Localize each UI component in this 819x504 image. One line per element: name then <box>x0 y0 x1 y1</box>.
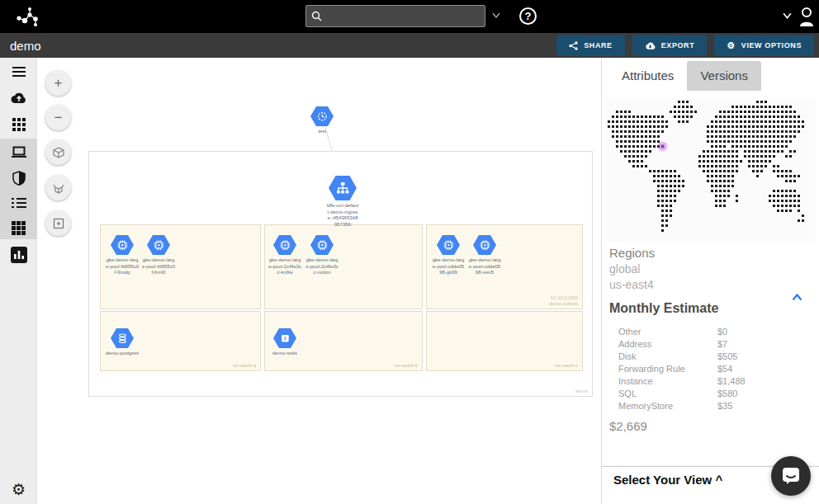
estimate-row: SQL$580 <box>618 389 800 398</box>
settings-gear-icon[interactable]: ⚙ <box>0 480 37 499</box>
estimate-label: Forwarding Rule <box>618 364 685 374</box>
estimate-label: Address <box>618 339 651 349</box>
document-header-bar: demo SHARE EXPORT ⚙ VIEW OPTIONS <box>0 33 819 58</box>
expand-view-button[interactable] <box>45 175 71 200</box>
search-dropdown-caret-icon[interactable] <box>492 12 500 18</box>
region-item: global <box>609 262 640 276</box>
sidebar-security-button[interactable] <box>0 166 37 191</box>
gear-icon: ⚙ <box>727 41 735 50</box>
center-target-icon <box>53 218 64 229</box>
estimate-row: Disk$505 <box>618 351 800 361</box>
estimate-value: $505 <box>717 351 737 361</box>
fit-to-screen-button[interactable] <box>45 210 71 236</box>
user-avatar-icon[interactable] <box>798 6 816 27</box>
tab-versions[interactable]: Versions <box>687 61 761 91</box>
box-corner-label: us-east4-a <box>233 363 256 369</box>
grid-table-icon <box>12 221 26 235</box>
box-corner-label: demo <box>575 389 588 394</box>
node-label: test <box>289 129 355 135</box>
estimate-row: Other$0 <box>618 327 800 337</box>
share-icon <box>569 41 578 50</box>
caret-up-icon: ^ <box>715 473 722 487</box>
estimate-value: $7 <box>717 339 727 349</box>
laptop-icon <box>11 146 27 158</box>
search-icon <box>311 11 322 21</box>
shield-icon <box>12 171 26 186</box>
region-marker <box>661 145 665 148</box>
sidebar-list-button[interactable] <box>0 191 37 215</box>
header-actions: SHARE EXPORT ⚙ VIEW OPTIONS <box>556 35 814 56</box>
box-corner-label: 10.12.0.0/20demo-subnet <box>549 295 578 307</box>
hamburger-icon <box>12 66 26 78</box>
estimate-row: Address$7 <box>618 339 800 349</box>
regions-title: Regions <box>609 246 655 260</box>
estimate-row: Forwarding Rule$54 <box>618 364 800 374</box>
view-options-button[interactable]: ⚙ VIEW OPTIONS <box>714 35 814 56</box>
estimate-row: MemoryStore$35 <box>618 401 800 411</box>
region-item: us-east4 <box>609 278 654 291</box>
world-map <box>607 99 815 243</box>
sidebar-menu-button[interactable] <box>0 59 37 84</box>
estimate-value: $0 <box>717 327 727 337</box>
attributes-panel: Attributes Versions Regions global us-ea… <box>601 58 819 504</box>
bar-chart-icon <box>11 247 27 263</box>
top-navigation-bar: ? <box>0 0 819 33</box>
estimate-label: Other <box>618 327 641 337</box>
cloud-upload-icon <box>11 92 27 104</box>
estimate-label: Instance <box>618 376 653 386</box>
collapse-chevron-icon[interactable] <box>792 294 802 301</box>
unfold-box-icon <box>53 182 64 194</box>
chat-icon <box>782 467 800 485</box>
node-label: demo-redis <box>252 351 318 357</box>
world-map-dots <box>607 99 815 238</box>
app-logo-icon[interactable] <box>13 5 46 28</box>
estimate-value: $54 <box>717 364 732 374</box>
page-title: demo <box>10 39 556 53</box>
zone-box: us-east4-c <box>426 311 583 371</box>
zoom-in-button[interactable]: + <box>45 70 71 96</box>
export-button[interactable]: EXPORT <box>632 35 708 56</box>
box-corner-label: us-east4-b <box>395 363 418 369</box>
zoom-out-button[interactable]: − <box>45 105 71 130</box>
node-label: gke-demo-large-pool-cdde0598-xwv5 <box>452 257 518 276</box>
list-icon <box>12 197 26 209</box>
search-input[interactable] <box>326 9 480 23</box>
estimate-value: $1,488 <box>717 376 746 386</box>
search-box <box>305 5 485 27</box>
sidebar-environments-button[interactable] <box>0 112 37 137</box>
sidebar-infrastructure-button[interactable] <box>0 139 37 164</box>
node-label: gke-demo-large-pool-2c4fe3cc-mckm <box>289 257 355 276</box>
left-sidebar: ⚙ <box>0 58 37 504</box>
select-your-view-toggle[interactable]: Select Your View ^ <box>613 473 722 487</box>
node-label: demo-postgres <box>89 351 155 357</box>
app-window: ? demo SHARE EXPORT <box>0 0 819 504</box>
sidebar-table-button[interactable] <box>0 215 37 240</box>
monthly-estimate-title: Monthly Estimate <box>609 301 718 316</box>
estimate-value: $35 <box>717 401 732 411</box>
estimate-total: $2,669 <box>609 419 647 433</box>
export-label: EXPORT <box>661 41 695 49</box>
node-label: gke-demo-large-pool-fd655c0f-bml0 <box>125 257 192 276</box>
account-caret-icon[interactable] <box>783 12 792 19</box>
apps-grid-icon <box>12 118 26 131</box>
help-icon[interactable]: ? <box>519 7 537 25</box>
tab-attributes[interactable]: Attributes <box>608 61 687 91</box>
panel-tabs: Attributes Versions <box>602 58 819 91</box>
chat-widget-button[interactable] <box>771 456 811 496</box>
diagram-canvas[interactable]: demo 10.12.0.0/20demo-subnet us-east4-a … <box>37 58 601 504</box>
share-label: SHARE <box>584 41 613 49</box>
node-label: k8s-um-default-demo-ingress--45436534895… <box>310 203 376 228</box>
estimate-label: MemoryStore <box>618 401 673 411</box>
estimate-label: Disk <box>618 351 636 361</box>
select-view-label: Select Your View <box>613 473 712 487</box>
estimate-value: $580 <box>717 389 737 398</box>
sidebar-reports-button[interactable] <box>0 243 37 267</box>
sidebar-cloud-sync-button[interactable] <box>0 85 37 110</box>
3d-view-button[interactable] <box>45 139 71 165</box>
cube-icon <box>53 147 64 158</box>
box-corner-label: us-east4-c <box>555 363 578 369</box>
export-cloud-icon <box>645 41 656 50</box>
share-button[interactable]: SHARE <box>556 35 625 56</box>
estimate-row: Instance$1,488 <box>618 376 800 386</box>
view-options-label: VIEW OPTIONS <box>741 41 802 49</box>
